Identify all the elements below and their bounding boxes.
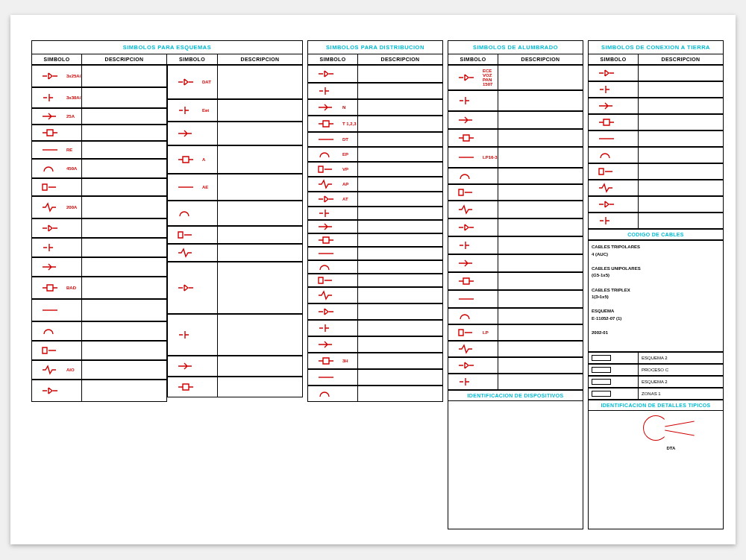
description-cell — [218, 226, 303, 244]
symbol-cell — [448, 90, 498, 111]
description-cell — [82, 341, 167, 360]
table-row — [448, 111, 583, 129]
description-cell — [639, 98, 724, 114]
description-cell — [218, 174, 303, 201]
drawing-sheet: SIMBOLOS PARA ESQUEMAS SIMBOLO DESCRIPCI… — [10, 15, 736, 544]
symbol-cell — [588, 196, 639, 213]
table-row: 3x25A/3x30A — [31, 65, 167, 87]
description-cell — [498, 218, 583, 236]
description-cell — [82, 196, 167, 218]
description-cell — [358, 99, 443, 116]
table-row — [307, 303, 443, 320]
description-cell — [358, 220, 443, 233]
table-row — [167, 226, 303, 244]
legend-label: ESQUEMA 2 — [639, 376, 724, 388]
description-cell — [218, 122, 303, 145]
table-row — [167, 314, 303, 356]
table-row — [31, 299, 167, 321]
description-cell — [358, 147, 443, 162]
description-cell — [358, 260, 443, 274]
table-row — [448, 236, 583, 254]
description-cell — [358, 353, 443, 369]
table-row — [448, 374, 583, 390]
section-esquemas: SIMBOLOS PARA ESQUEMAS SIMBOLO DESCRIPCI… — [31, 40, 303, 529]
symbol-cell — [448, 129, 498, 147]
table-row: 450A — [31, 159, 167, 178]
description-cell — [498, 374, 583, 390]
codigo-cables-title: CODIGO DE CABLES — [588, 229, 724, 240]
description-cell — [358, 132, 443, 147]
legend-rows: ESQUEMA 2PROCESO CESQUEMA 2ZONAS 1 — [588, 352, 724, 400]
symbol-cell — [31, 238, 82, 257]
description-cell — [358, 386, 443, 402]
symbol-cell: Eet — [167, 99, 218, 122]
table-row — [588, 130, 724, 147]
table-row — [307, 247, 443, 260]
symbol-cell — [448, 254, 498, 272]
description-cell — [639, 213, 724, 229]
legend-symbol — [588, 352, 639, 364]
table-row: 3H — [307, 353, 443, 369]
symbol-cell: 3x30A/130A — [31, 87, 82, 108]
description-cell — [358, 207, 443, 220]
table-row — [588, 196, 724, 213]
alumbrado-rows: ECE VOZ PAN 1507LP16-3LP — [448, 65, 583, 390]
legend-label: ZONAS 1 — [639, 388, 724, 400]
description-cell — [358, 177, 443, 192]
section-title-alumbrado: SIMBOLOS DE ALUMBRADO — [448, 40, 583, 54]
symbol-cell — [307, 287, 358, 303]
table-row — [31, 178, 167, 196]
description-cell — [498, 236, 583, 254]
table-row — [448, 90, 583, 111]
description-cell — [82, 65, 167, 87]
table-row — [31, 321, 167, 341]
symbol-cell — [307, 247, 358, 260]
table-row — [31, 380, 167, 402]
symbol-cell — [167, 356, 218, 377]
description-cell — [358, 247, 443, 260]
symbol-cell — [307, 207, 358, 220]
symbol-cell — [448, 168, 498, 184]
table-row — [588, 180, 724, 196]
description-cell — [218, 356, 303, 377]
table-row — [31, 218, 167, 238]
symbol-cell: BAD — [31, 277, 82, 299]
table-row — [588, 114, 724, 130]
table-row: 25A — [31, 108, 167, 125]
symbol-cell — [448, 308, 498, 324]
section-title-distribucion: SIMBOLOS PARA DISTRIBUCION — [307, 40, 443, 54]
symbol-cell — [167, 262, 218, 314]
symbol-cell — [307, 386, 358, 402]
symbol-cell — [307, 233, 358, 247]
symbol-cell — [167, 244, 218, 262]
symbol-cell — [31, 321, 82, 341]
description-cell — [639, 147, 724, 163]
table-row — [588, 163, 724, 180]
symbol-cell: 450A — [31, 159, 82, 178]
description-cell — [358, 233, 443, 247]
table-row — [167, 201, 303, 226]
table-row — [307, 369, 443, 386]
table-row — [31, 238, 167, 257]
description-cell — [498, 272, 583, 290]
description-cell — [358, 287, 443, 303]
description-cell — [639, 65, 724, 81]
legend-symbol — [588, 376, 639, 388]
symbol-cell — [307, 369, 358, 386]
table-row — [588, 81, 724, 98]
symbol-cell — [588, 130, 639, 147]
symbol-cell: RE — [31, 141, 82, 159]
esquemas-col-b: DATEetAAE — [167, 65, 303, 529]
description-cell — [498, 308, 583, 324]
description-cell — [498, 129, 583, 147]
symbol-cell: DT — [307, 132, 358, 147]
table-row — [307, 220, 443, 233]
table-row: 3x30A/130A — [31, 87, 167, 108]
symbol-cell — [588, 114, 639, 130]
logo-label: DTA — [666, 446, 675, 450]
description-cell — [498, 111, 583, 129]
description-cell — [82, 218, 167, 238]
table-row — [307, 336, 443, 353]
table-row — [167, 262, 303, 314]
symbol-cell — [588, 163, 639, 180]
